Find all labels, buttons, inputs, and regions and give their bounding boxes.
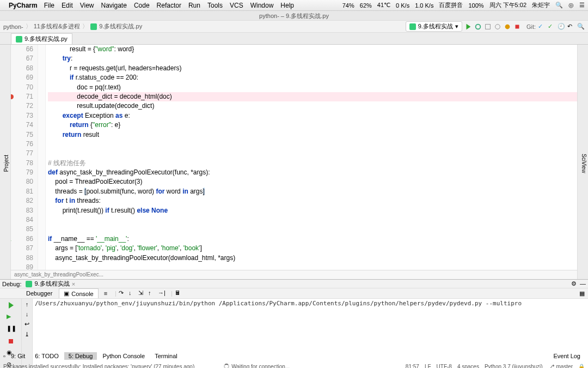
- editor-tab[interactable]: 9.多线程实战.py: [11, 33, 72, 44]
- menu-help[interactable]: Help: [280, 2, 294, 9]
- step-into-my-button[interactable]: ⇲: [138, 289, 146, 297]
- left-tool-rail: Project 7: Structure Commit: [0, 45, 11, 279]
- breakpoint-icon[interactable]: [11, 94, 14, 99]
- code-editor[interactable]: 6667686970717273747576777879808182838485…: [11, 45, 577, 279]
- fold-gutter[interactable]: [38, 45, 46, 279]
- menu-code[interactable]: Code: [134, 2, 150, 9]
- run-button[interactable]: [464, 23, 472, 31]
- scroll-end-icon[interactable]: ⤓: [24, 331, 29, 338]
- status-user[interactable]: 朱炬宇: [532, 1, 550, 9]
- tool-indicator-icon[interactable]: ▫: [3, 353, 5, 359]
- tool-todo[interactable]: 6: TODO: [30, 352, 63, 360]
- run-to-cursor-button[interactable]: →|: [158, 289, 166, 297]
- menu-tools[interactable]: Tools: [207, 2, 223, 9]
- search-icon[interactable]: 🔍: [555, 2, 563, 9]
- run-config-selector[interactable]: 9.多线程实战 ▾: [406, 21, 462, 32]
- status-ime[interactable]: 百度拼音: [439, 1, 463, 9]
- tool-sciview[interactable]: SciView: [580, 152, 588, 175]
- soft-wrap-icon[interactable]: ↩: [24, 321, 29, 328]
- tool-event-log[interactable]: Event Log: [549, 352, 585, 360]
- menu-edit[interactable]: Edit: [62, 2, 73, 9]
- right-tool-rail: SciView Database: [577, 45, 588, 279]
- step-out-button[interactable]: ↑: [148, 289, 156, 297]
- stop-button[interactable]: [513, 23, 521, 31]
- svg-point-0: [476, 24, 481, 29]
- debug-title: Debug:: [2, 281, 21, 287]
- status-interpreter[interactable]: Python 3.7 (jiuyunshuzi): [485, 364, 543, 369]
- status-indent[interactable]: 4 spaces: [457, 364, 479, 369]
- status-line-sep[interactable]: LF: [425, 364, 431, 369]
- step-into-button[interactable]: ↓: [128, 289, 136, 297]
- menu-navigate[interactable]: Navigate: [101, 2, 127, 9]
- notifications-icon[interactable]: ☰: [579, 2, 585, 9]
- status-net-down: 1.0 K/s: [415, 2, 433, 9]
- status-temp: 41℃: [377, 2, 390, 9]
- line-gutter[interactable]: 6667686970717273747576777879808182838485…: [11, 45, 38, 279]
- console-tab[interactable]: ▣Console: [59, 288, 98, 298]
- run-config-name: 9.多线程实战: [418, 22, 453, 31]
- status-position[interactable]: 81:57: [406, 364, 419, 369]
- breadcrumb-project[interactable]: python-: [3, 23, 23, 30]
- gear-icon[interactable]: ⚙: [571, 280, 577, 287]
- vcs-commit-button[interactable]: ✓: [548, 23, 555, 31]
- tool-python-console[interactable]: Python Console: [98, 352, 149, 360]
- tool-debug[interactable]: 5: Debug: [64, 352, 97, 360]
- editor-tabs: 9.多线程实战.py: [0, 33, 588, 45]
- down-icon[interactable]: ↓: [26, 311, 29, 317]
- lock-icon[interactable]: 🔒: [578, 364, 585, 369]
- stop-button[interactable]: [7, 337, 15, 346]
- vcs-rollback-button[interactable]: ↶: [567, 23, 575, 31]
- code-content[interactable]: result = {"word": word} try: r = request…: [46, 45, 577, 279]
- svg-rect-4: [515, 25, 519, 28]
- threads-icon[interactable]: ≡: [104, 290, 107, 297]
- menu-refactor[interactable]: Refactor: [157, 2, 181, 9]
- console-icon: ▣: [64, 290, 69, 297]
- vcs-history-button[interactable]: 🕘: [558, 23, 565, 31]
- window-title: python- – 9.多线程实战.py: [0, 11, 588, 21]
- siri-icon[interactable]: ◎: [568, 2, 574, 9]
- close-icon[interactable]: ×: [72, 281, 75, 287]
- status-progress: Waiting for connection...: [231, 364, 290, 369]
- menu-window[interactable]: Window: [250, 2, 274, 9]
- python-file-icon: [90, 23, 97, 30]
- chevron-right-icon: 〉: [82, 22, 88, 31]
- python-icon: [409, 23, 416, 30]
- menu-run[interactable]: Run: [188, 2, 200, 9]
- tool-project[interactable]: Project: [2, 153, 10, 174]
- minimize-icon[interactable]: —: [580, 280, 586, 287]
- chevron-down-icon: ▾: [455, 23, 458, 30]
- layout-icon[interactable]: ▦: [579, 290, 585, 297]
- tab-label: 9.多线程实战.py: [24, 35, 68, 43]
- resume-button[interactable]: ▶: [7, 313, 15, 322]
- search-everywhere-button[interactable]: 🔍: [577, 23, 585, 31]
- pause-button[interactable]: ❚❚: [7, 325, 15, 334]
- evaluate-button[interactable]: 🖩: [175, 289, 182, 297]
- step-over-button[interactable]: ↷: [119, 289, 126, 297]
- status-encoding[interactable]: UTF-8: [437, 364, 452, 369]
- app-name: PyCharm: [9, 2, 38, 9]
- debug-config: 9.多线程实战: [34, 280, 69, 288]
- concurrent-button[interactable]: [504, 23, 511, 31]
- menu-vcs[interactable]: VCS: [230, 2, 243, 9]
- rerun-button[interactable]: [7, 301, 15, 310]
- tool-terminal[interactable]: Terminal: [150, 352, 182, 360]
- coverage-button[interactable]: [484, 23, 492, 31]
- menu-view[interactable]: View: [80, 2, 94, 9]
- breadcrumb[interactable]: python- 〉 11多线程&多进程 〉 9.多线程实战.py: [3, 22, 142, 31]
- up-icon[interactable]: ↑: [26, 301, 29, 307]
- svg-point-3: [505, 24, 510, 29]
- menu-file[interactable]: File: [44, 2, 54, 9]
- debugger-tab[interactable]: Debugger: [22, 289, 57, 298]
- vcs-update-button[interactable]: ✓: [538, 23, 546, 31]
- breadcrumb-file[interactable]: 9.多线程实战.py: [99, 22, 142, 31]
- svg-rect-5: [9, 339, 13, 343]
- status-mem: 62%: [360, 2, 372, 9]
- status-datetime[interactable]: 周六 下午5:02: [489, 1, 526, 9]
- profile-button[interactable]: [494, 23, 501, 31]
- tool-git[interactable]: 9: Git: [7, 352, 29, 360]
- git-label: Git:: [526, 23, 536, 30]
- debug-panel: Debug: 9.多线程实战 × ⚙ — Debugger ▣Console ≡…: [0, 279, 588, 350]
- status-branch[interactable]: ⎇ master: [548, 364, 573, 369]
- breadcrumb-folder[interactable]: 11多线程&多进程: [34, 22, 81, 31]
- debug-button[interactable]: [474, 23, 482, 31]
